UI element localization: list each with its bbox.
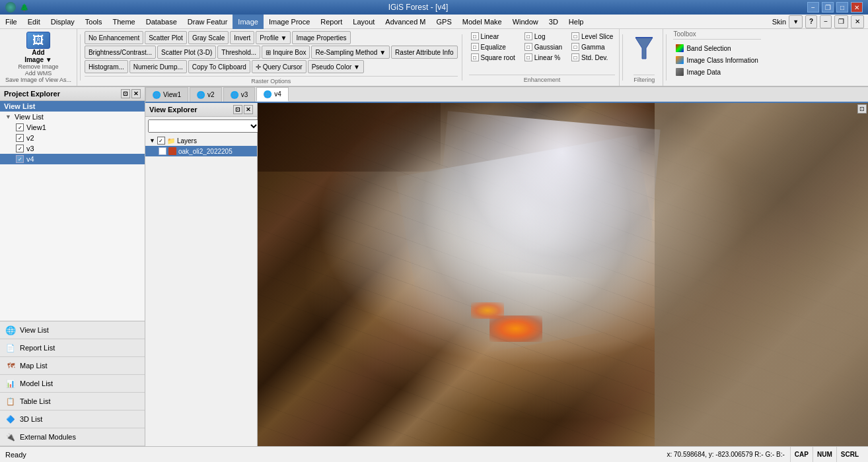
- layers-checkbox[interactable]: ✓: [157, 137, 165, 145]
- log-checkbox[interactable]: □: [524, 32, 532, 40]
- raster-attr-btn[interactable]: Raster Attribute Info: [391, 46, 457, 59]
- skin-dropdown[interactable]: ▼: [789, 15, 803, 28]
- view-maximize-btn[interactable]: ⊡: [857, 104, 867, 114]
- tab-view1[interactable]: 🌐 View1: [145, 87, 188, 102]
- square-root-checkbox[interactable]: □: [471, 53, 479, 61]
- close-button[interactable]: ✕: [851, 2, 863, 13]
- menu-display[interactable]: Display: [46, 15, 80, 29]
- panel-float-btn[interactable]: ⊡: [121, 89, 130, 98]
- menu-tools[interactable]: Tools: [80, 15, 108, 29]
- threshold-btn[interactable]: Threshold...: [217, 46, 260, 59]
- help-btn[interactable]: ?: [805, 15, 817, 28]
- layers-root[interactable]: ▼ ✓ 📁 Layers: [145, 135, 257, 146]
- window-restore-btn[interactable]: ❐: [834, 15, 848, 28]
- add-image-icon[interactable]: 🖼: [26, 32, 50, 49]
- menu-advanced[interactable]: Advanced M: [380, 15, 431, 29]
- menu-image[interactable]: Image: [233, 15, 264, 29]
- external-modules-nav-btn[interactable]: 🔌 External Modules: [0, 428, 145, 446]
- menu-gps[interactable]: GPS: [431, 15, 457, 29]
- gamma-btn[interactable]: □ Gamma: [569, 42, 615, 51]
- query-cursor-btn[interactable]: ✛ Query Cursor: [252, 60, 307, 73]
- layer-dropdown[interactable]: [148, 119, 260, 133]
- scatter-3d-btn[interactable]: Scatter Plot (3-D): [157, 46, 216, 59]
- linear-checkbox[interactable]: □: [471, 32, 479, 40]
- tab-v4[interactable]: 🌐 v4: [256, 87, 289, 102]
- histogram-btn[interactable]: Histogram...: [85, 60, 128, 73]
- minimize-button[interactable]: −: [807, 2, 819, 13]
- remove-image-btn[interactable]: Remove Image: [18, 63, 58, 70]
- v2-checkbox[interactable]: ✓: [16, 134, 24, 142]
- panel-close-btn[interactable]: ✕: [131, 89, 141, 98]
- tab-v3[interactable]: 🌐 v3: [223, 87, 256, 102]
- 3d-list-nav-btn[interactable]: 🔷 3D List: [0, 411, 145, 428]
- tree-view1[interactable]: ✓ View1: [0, 122, 145, 133]
- window-min-btn[interactable]: −: [820, 15, 832, 28]
- image-class-info-btn[interactable]: Image Class Information: [673, 55, 760, 65]
- log-btn[interactable]: □ Log: [523, 32, 564, 41]
- window-close-btn[interactable]: ✕: [851, 15, 864, 28]
- resampling-btn[interactable]: Re-Sampling Method ▼: [311, 46, 390, 59]
- view-list-nav-btn[interactable]: 🌐 View List: [0, 321, 145, 339]
- add-image-label[interactable]: AddImage ▼: [24, 49, 52, 63]
- maximize-button[interactable]: ❐: [822, 2, 834, 13]
- menu-theme[interactable]: Theme: [107, 15, 140, 29]
- filtering-icon[interactable]: [631, 32, 657, 65]
- menu-model[interactable]: Model Make: [457, 15, 507, 29]
- map-list-nav-btn[interactable]: 🗺 Map List: [0, 357, 145, 375]
- square-root-btn[interactable]: □ Square root: [469, 53, 517, 62]
- scatter-plot-btn[interactable]: Scatter Plot: [145, 31, 187, 44]
- gamma-checkbox[interactable]: □: [571, 43, 579, 51]
- std-dev-btn[interactable]: □ Std. Dev.: [569, 53, 615, 62]
- model-list-nav-btn[interactable]: 📊 Model List: [0, 375, 145, 393]
- linear-pct-btn[interactable]: □ Linear %: [523, 53, 564, 62]
- level-slice-btn[interactable]: □ Level Slice: [569, 32, 615, 41]
- menu-edit[interactable]: Edit: [22, 15, 46, 29]
- titlebar-controls[interactable]: − ❐ □ ✕: [807, 2, 863, 13]
- level-slice-checkbox[interactable]: □: [571, 32, 579, 40]
- menu-report[interactable]: Report: [315, 15, 347, 29]
- gray-scale-btn[interactable]: Gray Scale: [188, 31, 229, 44]
- gaussian-checkbox[interactable]: □: [524, 43, 532, 51]
- numeric-dump-btn[interactable]: Numeric Dump...: [129, 60, 187, 73]
- std-dev-checkbox[interactable]: □: [571, 53, 579, 61]
- pseudo-color-btn[interactable]: Pseudo Color ▼: [308, 60, 364, 73]
- tree-root-item[interactable]: ▼ View List: [0, 112, 145, 122]
- brightness-btn[interactable]: Brightness/Contrast...: [85, 46, 156, 59]
- linear-btn[interactable]: □ Linear: [469, 32, 517, 41]
- linear-pct-checkbox[interactable]: □: [524, 53, 532, 61]
- report-list-nav-btn[interactable]: 📄 Report List: [0, 339, 145, 357]
- view-explorer-float-btn[interactable]: ⊡: [233, 105, 242, 114]
- menu-file[interactable]: File: [0, 15, 22, 29]
- menu-help[interactable]: Help: [563, 15, 589, 29]
- view-explorer-close-btn[interactable]: ✕: [244, 105, 253, 114]
- equalize-btn[interactable]: □ Equalize: [469, 42, 517, 51]
- tab-v2[interactable]: 🌐 v2: [190, 87, 222, 102]
- copy-clipboard-btn[interactable]: Copy To Clipboard: [188, 60, 250, 73]
- menu-window[interactable]: Window: [507, 15, 544, 29]
- v4-checkbox[interactable]: ✓: [16, 155, 24, 163]
- tree-v4[interactable]: ✓ v4: [0, 154, 145, 164]
- tree-v3[interactable]: ✓ v3: [0, 143, 145, 154]
- inquire-box-btn[interactable]: ⊞ Inquire Box: [262, 46, 310, 59]
- image-data-btn[interactable]: Image Data: [673, 67, 760, 77]
- menu-image-proce[interactable]: Image Proce: [264, 15, 315, 29]
- layer-oak[interactable]: ✓ oak_oli2_2022205: [145, 146, 257, 156]
- band-selection-btn[interactable]: Band Selection: [673, 43, 760, 53]
- layer-oak-checkbox[interactable]: ✓: [159, 147, 166, 155]
- image-properties-btn[interactable]: Image Properties: [292, 31, 350, 44]
- table-list-nav-btn[interactable]: 📋 Table List: [0, 393, 145, 411]
- menu-database[interactable]: Database: [141, 15, 182, 29]
- save-image-btn[interactable]: Save Image of View As...: [5, 77, 71, 83]
- menu-draw[interactable]: Draw Featur: [182, 15, 233, 29]
- satellite-image[interactable]: [258, 103, 868, 446]
- no-enhancement-btn[interactable]: No Enhancement: [85, 31, 143, 44]
- gaussian-btn[interactable]: □ Gaussian: [523, 42, 564, 51]
- restore-button[interactable]: □: [836, 2, 848, 13]
- profile-btn[interactable]: Profile ▼: [256, 31, 291, 44]
- v3-checkbox[interactable]: ✓: [16, 145, 24, 152]
- invert-btn[interactable]: Invert: [230, 31, 254, 44]
- add-wms-btn[interactable]: Add WMS: [25, 70, 52, 77]
- view1-checkbox[interactable]: ✓: [16, 123, 24, 131]
- menu-3d[interactable]: 3D: [544, 15, 563, 29]
- menu-layout[interactable]: Layout: [347, 15, 380, 29]
